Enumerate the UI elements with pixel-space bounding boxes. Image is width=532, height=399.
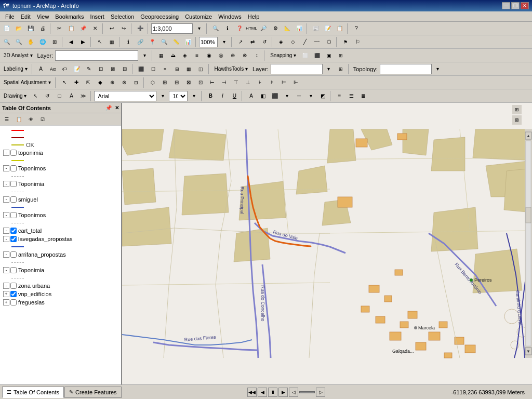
check-vnp[interactable] xyxy=(10,291,17,297)
3d-btn8[interactable]: ⊗ xyxy=(239,50,250,61)
swap-button[interactable]: ⇄ xyxy=(247,36,258,48)
label-tools4[interactable]: ⊞ xyxy=(171,63,183,75)
sadj-btn6[interactable]: ⊡ xyxy=(130,77,142,88)
reshape-button[interactable]: ⬡ xyxy=(323,36,335,48)
label-btn5[interactable]: ✎ xyxy=(83,63,95,75)
drawing-extra[interactable]: ≫ xyxy=(77,90,89,102)
full-extent-button[interactable]: ⊞ xyxy=(49,36,60,48)
toc-source-btn[interactable]: 📋 xyxy=(13,114,24,125)
sadj-btn8[interactable]: ⊞ xyxy=(159,77,170,88)
drawing-cursor[interactable]: ↖ xyxy=(30,90,41,102)
3d-btn4[interactable]: ≡ xyxy=(191,50,203,61)
tools3-button[interactable]: 📐 xyxy=(282,23,293,34)
help-button[interactable]: ? xyxy=(351,23,362,34)
check-toponimia[interactable] xyxy=(10,150,17,156)
restore-button[interactable]: ❐ xyxy=(511,2,520,9)
sadj-btn14[interactable]: ⊤ xyxy=(231,77,242,88)
layer-input-hawths[interactable] xyxy=(271,64,323,74)
italic-button[interactable]: I xyxy=(217,90,228,102)
layout3-button[interactable]: 📋 xyxy=(334,23,345,34)
expand-vnp[interactable]: + xyxy=(3,291,9,297)
nav-pause-btn[interactable]: ⏸ xyxy=(268,388,277,397)
map-corner-btn1[interactable]: ⊞ xyxy=(512,105,522,114)
line-color[interactable]: ─ xyxy=(293,90,304,102)
nav-slider-left[interactable]: ◁ xyxy=(289,388,298,397)
forward-button[interactable]: ▶ xyxy=(77,36,89,48)
layer-dropdown-3d[interactable]: ▾ xyxy=(139,50,150,61)
layer-name-toponimia3[interactable]: Toponimia xyxy=(18,267,44,273)
hawths-btn1[interactable]: ⊞ xyxy=(335,63,347,75)
3d-btn7[interactable]: ⊕ xyxy=(227,50,238,61)
hyperlink-button[interactable]: 🔗 xyxy=(135,36,146,48)
sadj-btn17[interactable]: ⊧ xyxy=(267,77,278,88)
zoom-out-button[interactable]: 🔍 xyxy=(13,36,24,48)
label-btn8[interactable]: ⊟ xyxy=(119,63,130,75)
findplace-button[interactable]: 🔍 xyxy=(158,36,170,48)
label-btn4[interactable]: 📝 xyxy=(71,63,83,75)
layer-freguesias[interactable]: + freguesias xyxy=(0,298,121,307)
layer-toponimia2[interactable]: - Toponimia xyxy=(0,180,121,188)
expand-toponimia[interactable]: - xyxy=(3,150,9,156)
check-zona-urbana[interactable] xyxy=(10,283,17,289)
snap-btn2[interactable]: ⬛ xyxy=(311,50,323,61)
globe-button[interactable]: 🌐 xyxy=(37,36,48,48)
vertex-button[interactable]: ◇ xyxy=(287,36,299,48)
save-button[interactable]: 💾 xyxy=(25,23,36,34)
label-btn7[interactable]: ⊠ xyxy=(107,63,118,75)
align-center[interactable]: ☰ xyxy=(345,90,357,102)
sadj-btn2[interactable]: ⇱ xyxy=(83,77,94,88)
snap-btn1[interactable]: ⬜ xyxy=(299,50,311,61)
zoom-pct-dropdown[interactable]: ▾ xyxy=(218,36,230,48)
sadj-btn7[interactable]: ⬡ xyxy=(147,77,158,88)
info2-button[interactable]: ℹ xyxy=(123,36,134,48)
drawing-rect[interactable]: □ xyxy=(54,90,65,102)
expand-toponimos2[interactable]: - xyxy=(3,212,9,218)
minimize-button[interactable]: ─ xyxy=(502,2,510,9)
nav-slider-right[interactable]: ▷ xyxy=(316,388,325,397)
layer-name-cart-total[interactable]: cart_total xyxy=(18,228,42,234)
check-toponimos1[interactable] xyxy=(10,165,17,171)
magnifier-button[interactable]: 🔍 xyxy=(210,23,221,34)
check-arrifana[interactable] xyxy=(10,251,17,258)
open-button[interactable]: 📂 xyxy=(13,23,24,34)
layer-name-freguesias[interactable]: freguesias xyxy=(18,299,45,305)
snapping-dropdown[interactable]: Snapping ▾ xyxy=(268,50,299,61)
drawing-rotate[interactable]: ↺ xyxy=(42,90,53,102)
layer-name-smiguel[interactable]: smiguel xyxy=(18,196,38,203)
sadj-btn11[interactable]: ⊡ xyxy=(195,77,206,88)
back-button[interactable]: ◀ xyxy=(65,36,77,48)
layer-arrifana[interactable]: - arrifana_propostas xyxy=(0,250,121,259)
menu-selection[interactable]: Selection xyxy=(108,12,137,21)
map-corner-btn2[interactable]: ⊠ xyxy=(512,115,522,125)
toc-list-btn[interactable]: ☰ xyxy=(1,114,12,125)
sadj-cursor[interactable]: ↖ xyxy=(59,77,70,88)
expand-zona-urbana[interactable]: - xyxy=(3,283,9,289)
check-toponimos2[interactable] xyxy=(10,212,17,218)
search-button[interactable]: 🔎 xyxy=(258,23,269,34)
goto-button[interactable]: ↗ xyxy=(235,36,246,48)
layer-smiguel[interactable]: - smiguel xyxy=(0,195,121,204)
nav-fwd-btn[interactable]: ▶ xyxy=(278,388,288,397)
menu-insert[interactable]: Insert xyxy=(87,12,108,21)
layer-name-vnp[interactable]: vnp_edifícios xyxy=(18,291,51,297)
print-button[interactable]: 🖨 xyxy=(37,23,48,34)
3d-btn3[interactable]: ◈ xyxy=(179,50,191,61)
pin-icon[interactable]: 📌 xyxy=(105,105,112,111)
drawing-text[interactable]: A xyxy=(65,90,77,102)
toc-close-icon[interactable]: ✕ xyxy=(115,105,119,111)
redo-button[interactable]: ↪ xyxy=(118,23,129,34)
font-size-selector[interactable]: 10 xyxy=(169,91,188,101)
tools2-button[interactable]: ⚙ xyxy=(270,23,281,34)
align-left[interactable]: ≡ xyxy=(334,90,345,102)
3d-btn9[interactable]: ↕ xyxy=(251,50,262,61)
sadj-btn13[interactable]: ⊣ xyxy=(219,77,230,88)
layer-toponimos1[interactable]: - Toponimos xyxy=(0,164,121,172)
label-btn2[interactable]: Aα xyxy=(47,63,59,75)
layer-name-arrifana[interactable]: arrifana_propostas xyxy=(18,251,66,258)
expand-toponimos1[interactable]: - xyxy=(3,165,9,171)
scale-dropdown[interactable]: ▾ xyxy=(193,23,205,34)
font-selector[interactable]: Arial xyxy=(94,91,156,101)
layer-lavegadas[interactable]: - lavegadas_propostas xyxy=(0,235,121,243)
new-button[interactable]: 📄 xyxy=(1,23,12,34)
check-toponimia3[interactable] xyxy=(10,267,17,273)
